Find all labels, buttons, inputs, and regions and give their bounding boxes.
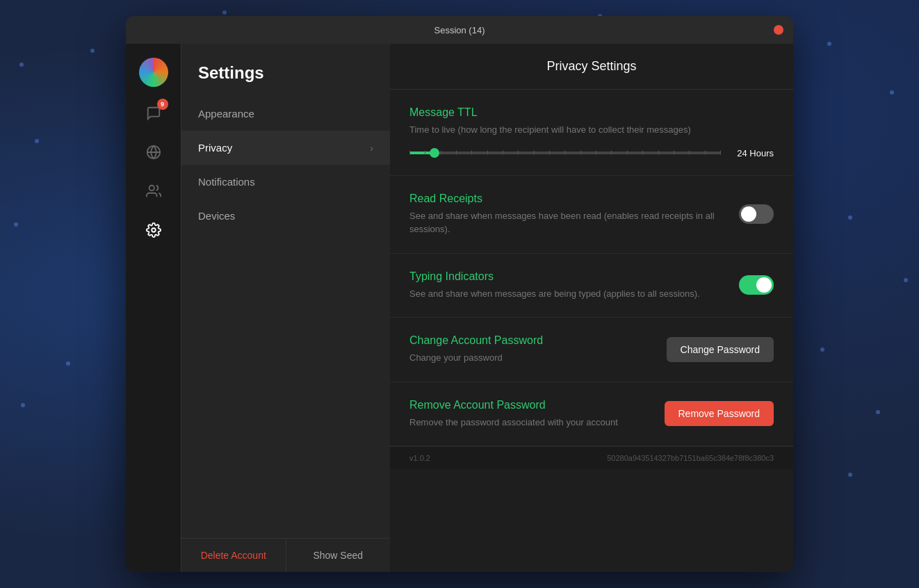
privacy-title: Privacy Settings	[390, 44, 793, 90]
change-password-text: Change Account Password Change your pass…	[409, 334, 667, 365]
message-ttl-section: Message TTL Time to live (how long the r…	[390, 90, 793, 176]
sidebar-item-globe[interactable]	[141, 140, 166, 165]
slider-ticks	[409, 152, 721, 155]
svg-point-3	[152, 228, 156, 232]
slider-value: 24 Hours	[732, 148, 774, 158]
tick	[534, 151, 535, 155]
typing-indicators-desc: See and share when messages are being ty…	[409, 287, 739, 301]
title-bar: Session (14)	[126, 16, 793, 44]
read-receipts-section: Read Receipts See and share when message…	[390, 176, 793, 254]
tick	[456, 151, 457, 155]
sidebar-item-chat[interactable]: 9	[141, 101, 166, 126]
settings-nav: Appearance Privacy › Notifications Devic…	[181, 97, 390, 538]
tick	[611, 151, 612, 155]
nav-label-appearance: Appearance	[198, 108, 254, 120]
read-receipts-row: Read Receipts See and share when message…	[409, 193, 774, 236]
read-receipts-text: Read Receipts See and share when message…	[409, 193, 739, 236]
version-bar: v1.0.2 50280a943514327bb7151ba65c384e78f…	[390, 446, 793, 469]
delete-account-button[interactable]: Delete Account	[181, 539, 286, 572]
typing-indicators-title: Typing Indicators	[409, 270, 739, 283]
remove-password-row: Remove Account Password Remove the passw…	[409, 399, 774, 430]
nav-item-privacy[interactable]: Privacy ›	[181, 131, 390, 165]
change-password-row: Change Account Password Change your pass…	[409, 334, 774, 365]
tick	[441, 151, 441, 155]
privacy-panel: Privacy Settings Message TTL Time to liv…	[390, 44, 793, 572]
slider-thumb[interactable]	[430, 148, 439, 158]
nav-label-privacy: Privacy	[198, 142, 232, 154]
nav-item-notifications[interactable]: Notifications	[181, 165, 390, 199]
chat-badge: 9	[157, 99, 168, 110]
remove-password-desc: Remove the password associated with your…	[409, 416, 665, 430]
close-button[interactable]	[774, 25, 783, 35]
toggle-knob	[741, 206, 756, 222]
message-ttl-title: Message TTL	[409, 106, 774, 119]
remove-password-button[interactable]: Remove Password	[665, 401, 774, 426]
slider-container: 24 Hours	[409, 148, 774, 158]
typing-indicators-toggle[interactable]	[739, 275, 774, 295]
icon-sidebar: 9	[126, 44, 181, 572]
typing-indicators-section: Typing Indicators See and share when mes…	[390, 254, 793, 318]
tick	[518, 151, 519, 155]
settings-title: Settings	[181, 44, 390, 97]
remove-password-section: Remove Account Password Remove the passw…	[390, 382, 793, 447]
nav-item-devices[interactable]: Devices	[181, 199, 390, 233]
tick	[705, 151, 706, 155]
settings-panel: Settings Appearance Privacy › Notificati…	[181, 44, 390, 572]
tick	[503, 151, 503, 155]
chevron-right-icon: ›	[370, 142, 373, 154]
read-receipts-desc: See and share when messages have been re…	[409, 209, 739, 236]
remove-password-text: Remove Account Password Remove the passw…	[409, 399, 665, 430]
nav-item-appearance[interactable]: Appearance	[181, 97, 390, 131]
tick	[471, 151, 472, 155]
sidebar-item-contacts[interactable]	[141, 179, 166, 204]
tick	[627, 151, 628, 155]
change-password-desc: Change your password	[409, 351, 667, 365]
read-receipts-toggle[interactable]	[739, 204, 774, 224]
change-password-section: Change Account Password Change your pass…	[390, 318, 793, 382]
tick	[487, 151, 488, 155]
nav-label-notifications: Notifications	[198, 176, 255, 188]
main-content: 9	[126, 44, 793, 572]
typing-indicators-row: Typing Indicators See and share when mes…	[409, 270, 774, 301]
message-ttl-desc: Time to live (how long the recipient wil…	[409, 123, 774, 137]
svg-point-2	[149, 186, 154, 190]
remove-password-title: Remove Account Password	[409, 399, 665, 411]
tick	[720, 151, 721, 155]
tick	[580, 151, 581, 155]
tick	[658, 151, 659, 155]
version-text: v1.0.2	[409, 454, 430, 462]
sidebar-item-settings[interactable]	[141, 218, 166, 243]
window-title: Session (14)	[434, 25, 485, 35]
tick	[549, 151, 550, 155]
tick	[642, 151, 643, 155]
app-window: Session (14) 9	[126, 16, 793, 572]
version-hash: 50280a943514327bb7151ba65c384e78f8c380c3	[607, 454, 774, 462]
change-password-button[interactable]: Change Password	[667, 337, 774, 362]
show-seed-button[interactable]: Show Seed	[286, 539, 391, 572]
slider-track[interactable]	[409, 152, 721, 154]
tick	[564, 151, 565, 155]
change-password-title: Change Account Password	[409, 334, 667, 347]
typing-indicators-text: Typing Indicators See and share when mes…	[409, 270, 739, 301]
tick	[596, 151, 596, 155]
read-receipts-title: Read Receipts	[409, 193, 739, 205]
settings-footer: Delete Account Show Seed	[181, 538, 390, 572]
tick	[689, 151, 690, 155]
tick	[674, 151, 674, 155]
avatar[interactable]	[139, 58, 168, 87]
toggle-knob	[756, 277, 772, 293]
nav-label-devices: Devices	[198, 210, 235, 222]
